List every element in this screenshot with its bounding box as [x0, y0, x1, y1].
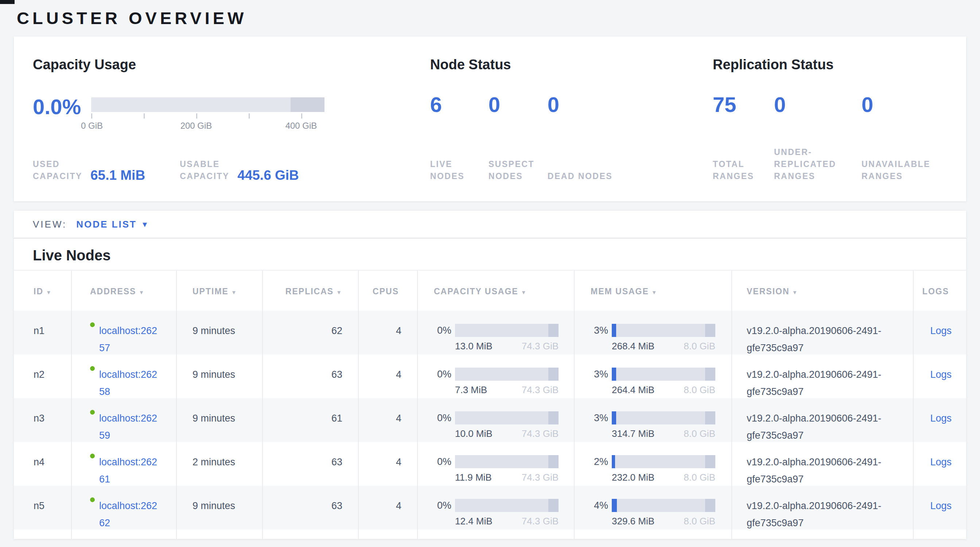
node-capacity-usage-cell: 0% 10.0 MiB74.3 GiB	[417, 398, 574, 444]
column-header-mem-usage[interactable]: MEM USAGE▼	[574, 270, 731, 311]
node-version-cell: v19.2.0-alpha.20190606-2491-gfe735c9a97	[731, 398, 913, 444]
mem-total-value: 8.0 GiB	[684, 516, 715, 526]
node-replicas: 62	[262, 311, 358, 357]
column-header-uptime[interactable]: UPTIME▼	[176, 270, 262, 311]
column-header-address[interactable]: ADDRESS▼	[71, 270, 176, 311]
node-live-icon	[90, 322, 95, 327]
capacity-usage-bar	[455, 455, 558, 468]
capacity-usage-section: Capacity Usage 0.0% 0 GiB 200 GiB 400 Gi…	[33, 57, 430, 182]
view-selector-bar: VIEW: NODE LIST ▾	[14, 211, 966, 239]
column-header-replicas[interactable]: REPLICAS▼	[262, 270, 358, 311]
mem-used-value: 268.4 MiB	[612, 340, 654, 351]
node-uptime: 9 minutes	[176, 311, 262, 357]
unavailable-ranges-count: 0	[862, 93, 947, 116]
node-mem-usage-cell: 3% 314.7 MiB8.0 GiB	[574, 398, 731, 444]
node-live-icon	[90, 454, 95, 458]
capacity-used-value: 11.9 MiB	[455, 472, 492, 483]
mem-used-value: 329.6 MiB	[612, 516, 654, 526]
node-id: n1	[14, 311, 71, 357]
sort-icon[interactable]: ▼	[792, 289, 799, 296]
node-status-title: Node Status	[430, 57, 713, 73]
used-capacity-value: 65.1 MiB	[91, 168, 145, 183]
sort-icon[interactable]: ▼	[231, 289, 237, 296]
capacity-percent: 0%	[434, 324, 451, 337]
node-address-link[interactable]: localhost:26258	[99, 366, 161, 401]
mem-usage-bar	[612, 411, 715, 425]
capacity-percent: 0%	[434, 411, 451, 425]
logs-link[interactable]: Logs	[930, 456, 951, 467]
node-mem-usage-cell: 3% 268.4 MiB8.0 GiB	[574, 311, 731, 357]
node-logs-cell: Logs	[913, 398, 966, 444]
dead-nodes-count: 0	[547, 93, 620, 116]
mem-used-value: 314.7 MiB	[612, 428, 654, 439]
node-address-link[interactable]: localhost:26261	[99, 454, 161, 488]
capacity-usage-bar	[455, 324, 558, 337]
column-header-id[interactable]: ID▼	[14, 270, 71, 311]
capacity-percent: 0%	[434, 499, 451, 512]
node-address-cell: localhost:26259	[71, 398, 176, 444]
node-logs-cell: Logs	[913, 355, 966, 401]
capacity-used-percent: 0.0%	[33, 95, 86, 132]
mem-usage-fill	[612, 499, 617, 512]
replication-status-section: Replication Status 75 0 0 TOTAL RANGES U…	[713, 57, 947, 182]
table-row: n2 localhost:26258 9 minutes 63 4 0% 7.3…	[14, 355, 966, 398]
axis-label-400: 400 GiB	[285, 121, 317, 131]
node-cpus: 4	[358, 311, 417, 357]
axis-label-200: 200 GiB	[180, 121, 212, 131]
sort-icon[interactable]: ▼	[652, 289, 658, 296]
column-header-version[interactable]: VERSION▼	[731, 270, 913, 311]
mem-usage-bar	[612, 455, 715, 468]
node-logs-cell: Logs	[913, 486, 966, 532]
top-edge-artifact	[0, 0, 14, 4]
mem-total-value: 8.0 GiB	[684, 428, 715, 439]
node-address-link[interactable]: localhost:26257	[99, 322, 161, 357]
capacity-used-value: 13.0 MiB	[455, 340, 493, 351]
capacity-used-value: 12.4 MiB	[455, 516, 493, 526]
node-address-link[interactable]: localhost:26259	[99, 410, 161, 444]
sort-icon[interactable]: ▼	[46, 289, 52, 296]
logs-link[interactable]: Logs	[930, 500, 951, 511]
sort-icon[interactable]: ▼	[336, 289, 342, 296]
capacity-axis-ticks	[91, 113, 325, 120]
column-header-logs[interactable]: LOGS	[913, 270, 966, 311]
column-header-cpus[interactable]: CPUS	[358, 270, 417, 311]
logs-link[interactable]: Logs	[930, 369, 951, 380]
live-nodes-label: LIVE NODES	[430, 158, 488, 182]
node-address-link[interactable]: localhost:26262	[99, 498, 161, 532]
usable-capacity-value: 445.6 GiB	[237, 168, 299, 183]
under-replicated-ranges-count: 0	[774, 93, 862, 116]
view-label: VIEW:	[33, 219, 67, 230]
usable-capacity-label: USABLE CAPACITY	[180, 158, 231, 182]
node-version: v19.2.0-alpha.20190606-2491-gfe735c9a97	[747, 366, 900, 401]
sort-icon[interactable]: ▼	[521, 289, 527, 296]
node-cpus: 4	[358, 486, 417, 532]
logs-link[interactable]: Logs	[930, 325, 951, 336]
node-logs-cell: Logs	[913, 442, 966, 488]
node-version: v19.2.0-alpha.20190606-2491-gfe735c9a97	[747, 454, 900, 488]
capacity-total-value: 74.3 GiB	[522, 472, 558, 483]
axis-label-0: 0 GiB	[81, 121, 103, 131]
column-header-capacity-usage[interactable]: CAPACITY USAGE▼	[417, 270, 574, 311]
live-nodes-count: 6	[430, 93, 488, 116]
live-nodes-panel: Live Nodes ID▼ ADDRESS▼ UPTIME▼ REPLICAS…	[14, 239, 966, 539]
node-replicas: 63	[262, 355, 358, 401]
capacity-used-value: 10.0 MiB	[455, 428, 493, 439]
mem-usage-fill	[612, 367, 616, 381]
node-id: n4	[14, 442, 71, 488]
capacity-usage-bar	[455, 499, 558, 512]
mem-total-value: 8.0 GiB	[684, 472, 715, 483]
node-id: n5	[14, 486, 71, 532]
view-dropdown-value[interactable]: NODE LIST	[76, 219, 137, 230]
node-status-section: Node Status 6 0 0 LIVE NODES SUSPECT NOD…	[430, 57, 713, 182]
capacity-axis-labels: 0 GiB 200 GiB 400 GiB	[91, 121, 325, 132]
view-dropdown[interactable]: NODE LIST ▾	[76, 219, 147, 230]
node-capacity-usage-cell: 0% 13.0 MiB74.3 GiB	[417, 311, 574, 357]
node-logs-cell: Logs	[913, 311, 966, 357]
logs-link[interactable]: Logs	[930, 413, 951, 424]
replication-status-title: Replication Status	[713, 57, 947, 73]
total-ranges-label: TOTAL RANGES	[713, 158, 774, 182]
sort-icon[interactable]: ▼	[138, 289, 145, 296]
table-row: n3 localhost:26259 9 minutes 61 4 0% 10.…	[14, 398, 966, 442]
node-version-cell: v19.2.0-alpha.20190606-2491-gfe735c9a97	[731, 486, 913, 532]
chevron-down-icon[interactable]: ▾	[143, 221, 147, 228]
